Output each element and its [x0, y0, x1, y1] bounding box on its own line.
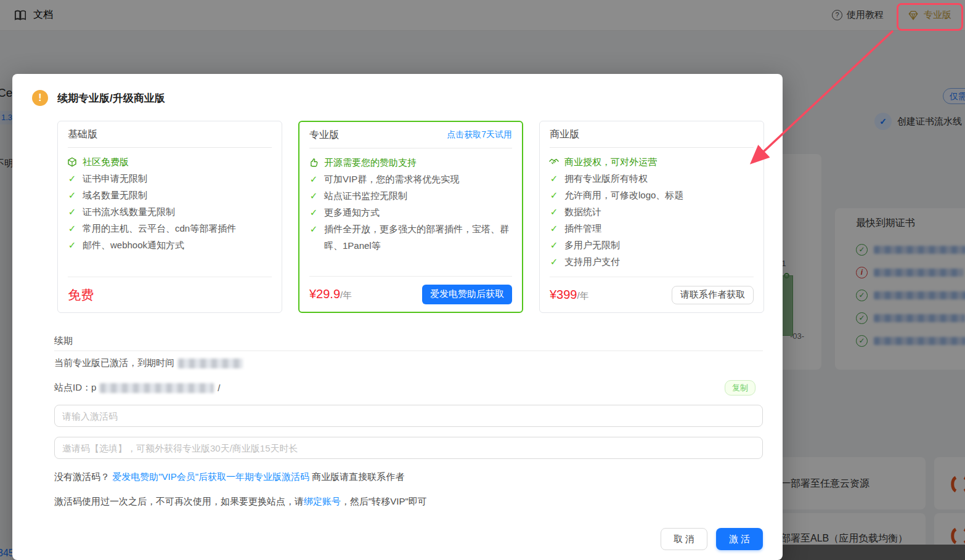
plan-feature: ✓更多通知方式	[308, 204, 513, 221]
plan-feature: ✓证书流水线数量无限制	[67, 203, 273, 220]
check-icon: ✓	[548, 253, 560, 270]
plan-headline: 商业授权，可对外运营	[548, 153, 755, 170]
help-line-2: 激活码使用过一次之后，不可再次使用，如果要更换站点，请绑定账号，然后"转移VIP…	[54, 496, 427, 508]
activation-status: 当前专业版已激活，到期时间	[54, 357, 243, 369]
warning-icon: !	[32, 90, 48, 106]
plan-feature: ✓拥有专业版所有特权	[548, 170, 755, 187]
plan-feature: ✓支持用户支付	[548, 253, 755, 270]
plan-price: ¥399	[550, 288, 577, 301]
redacted-site-id	[100, 383, 214, 393]
plan-price: 免费	[68, 286, 94, 304]
check-icon: ✓	[308, 187, 319, 204]
plan-feature: ✓允许商用，可修改logo、标题	[548, 187, 755, 203]
check-icon: ✓	[548, 170, 560, 187]
check-icon: ✓	[67, 203, 78, 220]
plan-headline-label: 开源需要您的赞助支持	[324, 154, 417, 171]
plan-feature: ✓站点证书监控无限制	[308, 187, 513, 204]
check-icon: ✓	[308, 204, 319, 221]
plan-price: ¥29.9	[309, 287, 340, 301]
plan-feature: ✓插件管理	[548, 220, 755, 237]
site-id-row: 站点ID：p /	[54, 382, 221, 394]
check-icon: ✓	[308, 221, 319, 254]
plan-name: 基础版	[68, 128, 97, 141]
plan-feature: ✓证书申请无限制	[67, 170, 273, 187]
plan-name: 商业版	[550, 128, 579, 141]
check-icon: ✓	[548, 237, 560, 253]
plan-headline-label: 社区免费版	[83, 153, 129, 170]
activate-button[interactable]: 激 活	[716, 528, 763, 550]
plan-name: 专业版	[309, 129, 339, 142]
plan-headline: 开源需要您的赞助支持	[308, 154, 513, 171]
plan-price-unit: /年	[340, 290, 352, 300]
check-icon: ✓	[548, 220, 560, 237]
check-icon: ✓	[67, 170, 78, 187]
plan-feature: ✓多用户无限制	[548, 237, 755, 253]
trial-link[interactable]: 点击获取7天试用	[447, 129, 512, 140]
app-window: 文档 ? 使用教程 专业版 Cer 1.3 不明 345 仅需 ✓ 创建证书流水…	[0, 0, 965, 560]
bind-account-link[interactable]: 绑定账号	[304, 496, 341, 506]
plan-card-pro: 专业版 点击获取7天试用 开源需要您的赞助支持 ✓可加VIP群，您的需求将优先实…	[298, 121, 523, 313]
plan-headline: 社区免费版	[67, 153, 273, 170]
check-icon: ✓	[548, 203, 560, 220]
modal-title: 续期专业版/升级商业版	[57, 91, 165, 105]
plan-feature: ✓可加VIP群，您的需求将优先实现	[308, 171, 513, 187]
sponsor-get-button[interactable]: 爱发电赞助后获取	[422, 285, 512, 304]
help-line-1: 没有激活码？ 爱发电赞助"VIP会员"后获取一年期专业版激活码 商业版请直接联系…	[54, 471, 404, 483]
activation-code-input[interactable]	[54, 405, 763, 427]
thumbs-up-icon	[308, 154, 319, 171]
plan-card-basic: 基础版 社区免费版 ✓证书申请无限制 ✓域名数量无限制 ✓证书流水线数量无限制 …	[57, 121, 282, 313]
divider	[54, 351, 763, 351]
plan-feature: ✓常用的主机、云平台、cdn等部署插件	[67, 220, 273, 237]
package-icon	[67, 153, 78, 170]
copy-button[interactable]: 复制	[725, 380, 755, 396]
plan-feature: ✓插件全开放，更多强大的部署插件，宝塔、群晖、1Panel等	[308, 221, 513, 254]
invite-code-input[interactable]	[54, 437, 763, 459]
plan-feature: ✓域名数量无限制	[67, 187, 273, 203]
plan-feature: ✓数据统计	[548, 203, 755, 220]
cancel-button[interactable]: 取 消	[661, 528, 707, 550]
redacted-expiry-date	[178, 359, 243, 368]
plan-feature: ✓邮件、webhook通知方式	[67, 237, 273, 253]
check-icon: ✓	[67, 237, 78, 253]
check-icon: ✓	[308, 171, 319, 187]
contact-author-button[interactable]: 请联系作者获取	[672, 286, 754, 304]
handshake-icon	[548, 153, 560, 170]
check-icon: ✓	[67, 187, 78, 203]
sponsor-link[interactable]: 爱发电赞助"VIP会员"后获取一年期专业版激活码	[112, 471, 309, 482]
renew-section-title: 续期	[54, 335, 73, 347]
check-icon: ✓	[548, 187, 560, 203]
check-icon: ✓	[67, 220, 78, 237]
plan-headline-label: 商业授权，可对外运营	[564, 153, 657, 170]
plan-price-unit: /年	[577, 290, 589, 301]
upgrade-modal: ! 续期专业版/升级商业版 基础版 社区免费版 ✓证书申请无限制 ✓域名数量无限…	[12, 74, 783, 560]
plan-card-business: 商业版 商业授权，可对外运营 ✓拥有专业版所有特权 ✓允许商用，可修改logo、…	[539, 121, 764, 313]
